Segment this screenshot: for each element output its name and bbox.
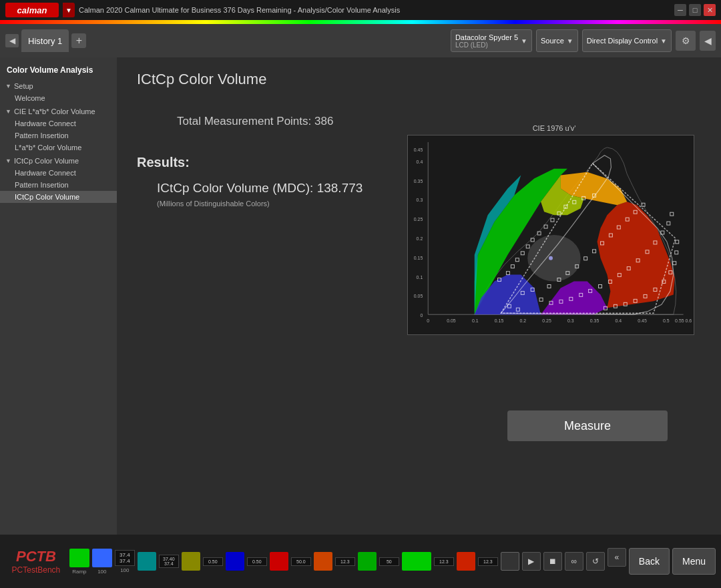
cie-arrow-icon: ▼ xyxy=(5,108,11,115)
svg-text:0.1: 0.1 xyxy=(417,275,423,280)
sidebar-title: Color Volume Analysis xyxy=(0,63,117,80)
settings-button[interactable]: ⚙ xyxy=(676,31,696,51)
display-control-arrow: ▼ xyxy=(660,37,667,45)
num-display-9: 12.3 xyxy=(478,557,498,566)
toolbar-right: Datacolor Spyder 5 LCD (LED) ▼ Source ▼ … xyxy=(451,29,716,52)
close-button[interactable]: ✕ xyxy=(704,4,716,16)
refresh-button[interactable]: ↺ xyxy=(586,552,605,571)
svg-text:0.1: 0.1 xyxy=(472,318,479,323)
blue-val: 100 xyxy=(97,569,106,575)
device-dropdown-arrow: ▼ xyxy=(521,37,527,45)
cie-chart-title: CIE 1976 u'v' xyxy=(407,124,701,132)
svg-text:0.15: 0.15 xyxy=(414,256,423,260)
svg-text:0.2: 0.2 xyxy=(417,236,423,241)
history-tab[interactable]: History 1 xyxy=(21,29,69,52)
swatch-teal[interactable] xyxy=(138,552,156,571)
sidebar-item-cie-hardware[interactable]: Hardware Connect xyxy=(0,117,117,129)
content-area: ICtCp Color Volume Total Measurement Poi… xyxy=(117,57,721,535)
num-display-6: 12.3 xyxy=(335,557,355,566)
loop-button[interactable]: ∞ xyxy=(565,552,583,571)
svg-text:0: 0 xyxy=(427,318,429,323)
setup-arrow-icon: ▼ xyxy=(5,83,11,89)
svg-text:0.4: 0.4 xyxy=(417,160,423,164)
bottom-logo: PCTB PCTestBench xyxy=(5,540,67,583)
num-display-3: 0.50 xyxy=(203,557,223,566)
swatch-group-ramp: Ramp xyxy=(69,549,89,575)
source-text: Source xyxy=(541,37,564,45)
logo-pctb-full: PCTestBench xyxy=(12,565,61,575)
num-display-7: 50 xyxy=(379,557,399,566)
swatch-olive[interactable] xyxy=(182,552,200,571)
num-display-1: 37.437.4 xyxy=(115,550,135,566)
app-title: Calman 2020 Calman Ultimate for Business… xyxy=(79,6,400,14)
swatch-green[interactable] xyxy=(69,549,89,567)
device-dropdown[interactable]: Datacolor Spyder 5 LCD (LED) ▼ xyxy=(451,29,532,52)
swatch-orange[interactable] xyxy=(314,552,332,571)
svg-text:0.3: 0.3 xyxy=(567,318,574,323)
sidebar-item-welcome[interactable]: Welcome xyxy=(0,92,117,104)
svg-text:0.45: 0.45 xyxy=(638,318,647,323)
swatch-blue[interactable] xyxy=(92,549,112,567)
bottom-bar: PCTB PCTestBench Ramp 100 37.437.4 100 3… xyxy=(0,535,721,588)
source-dropdown-arrow: ▼ xyxy=(567,37,573,45)
swatch-group-nums: 37.437.4 100 xyxy=(115,550,135,573)
titlebar-left: calman ▼ Calman 2020 Calman Ultimate for… xyxy=(5,3,400,17)
logo-dropdown[interactable]: ▼ xyxy=(63,3,75,17)
svg-text:0.5: 0.5 xyxy=(663,318,670,323)
nav-left-arrow[interactable]: ◀ xyxy=(5,34,19,47)
swatch-green3[interactable] xyxy=(402,552,431,571)
swatch-dark[interactable] xyxy=(501,552,519,571)
sidebar-item-cie-pattern[interactable]: Pattern Insertion xyxy=(0,129,117,141)
minimize-button[interactable]: ─ xyxy=(674,4,686,16)
swatch-green2[interactable] xyxy=(358,552,377,571)
num-display-4: 0.50 xyxy=(247,557,267,566)
sidebar-header-cie[interactable]: ▼ CIE L*a*b* Color Volume xyxy=(0,105,117,117)
cie-label: CIE L*a*b* Color Volume xyxy=(14,107,95,115)
sidebar-item-ictcp-volume[interactable]: ICtCp Color Volume xyxy=(0,191,117,203)
nav-prev-button[interactable]: « xyxy=(608,548,626,567)
sidebar-section-ictcp: ▼ ICtCp Color Volume Hardware Connect Pa… xyxy=(0,155,117,203)
svg-text:0.3: 0.3 xyxy=(417,198,423,202)
svg-text:0.25: 0.25 xyxy=(542,318,551,323)
cie-chart: 0 0.05 0.1 0.15 0.2 0.25 0.3 0.35 0.4 0.… xyxy=(407,135,694,335)
sidebar-item-cie-volume[interactable]: L*a*b* Color Volume xyxy=(0,141,117,154)
svg-point-33 xyxy=(527,235,580,282)
stop-button[interactable]: ⏹ xyxy=(543,552,562,571)
add-tab-button[interactable]: + xyxy=(71,33,86,48)
device-text: Datacolor Spyder 5 LCD (LED) xyxy=(455,33,518,49)
sidebar-header-ictcp[interactable]: ▼ ICtCp Color Volume xyxy=(0,155,117,167)
display-control-dropdown[interactable]: Direct Display Control ▼ xyxy=(582,29,672,52)
cie-chart-container: CIE 1976 u'v' 0 0.05 0.1 0.15 0.2 0. xyxy=(407,124,701,338)
sidebar-section-cie: ▼ CIE L*a*b* Color Volume Hardware Conne… xyxy=(0,105,117,154)
play-button[interactable]: ▶ xyxy=(522,552,541,571)
display-control-text: Direct Display Control xyxy=(587,37,658,45)
swatch-red[interactable] xyxy=(270,552,288,571)
app-logo: calman xyxy=(5,3,59,17)
sidebar-item-ictcp-pattern[interactable]: Pattern Insertion xyxy=(0,179,117,191)
page-title: ICtCp Color Volume xyxy=(137,71,701,88)
toolbar-end-arrow[interactable]: ◀ xyxy=(700,31,716,51)
svg-text:0.05: 0.05 xyxy=(447,318,456,323)
ictcp-label: ICtCp Color Volume xyxy=(14,157,79,165)
title-bar: calman ▼ Calman 2020 Calman Ultimate for… xyxy=(0,0,721,20)
svg-point-92 xyxy=(549,256,553,260)
source-dropdown[interactable]: Source ▼ xyxy=(536,29,578,52)
menu-button[interactable]: Menu xyxy=(672,548,716,575)
back-button[interactable]: Back xyxy=(629,548,670,575)
window-controls: ─ □ ✕ xyxy=(674,4,716,16)
sidebar-header-setup[interactable]: ▼ Setup xyxy=(0,80,117,92)
num-display-8: 12.3 xyxy=(434,557,454,566)
swatch-red2[interactable] xyxy=(457,552,475,571)
num-display-5: 50.0 xyxy=(291,557,311,566)
sidebar: Color Volume Analysis ▼ Setup Welcome ▼ … xyxy=(0,57,117,535)
svg-text:0.05: 0.05 xyxy=(414,294,423,298)
main-layout: Color Volume Analysis ▼ Setup Welcome ▼ … xyxy=(0,57,721,535)
sidebar-item-ictcp-hardware[interactable]: Hardware Connect xyxy=(0,167,117,179)
swatch-darkblue[interactable] xyxy=(226,552,244,571)
maximize-button[interactable]: □ xyxy=(689,4,701,16)
ictcp-arrow-icon: ▼ xyxy=(5,158,11,164)
svg-text:0.15: 0.15 xyxy=(495,318,504,323)
svg-text:0.2: 0.2 xyxy=(519,318,526,323)
measure-button[interactable]: Measure xyxy=(507,410,668,441)
svg-text:0.55 0.6: 0.55 0.6 xyxy=(675,318,692,323)
